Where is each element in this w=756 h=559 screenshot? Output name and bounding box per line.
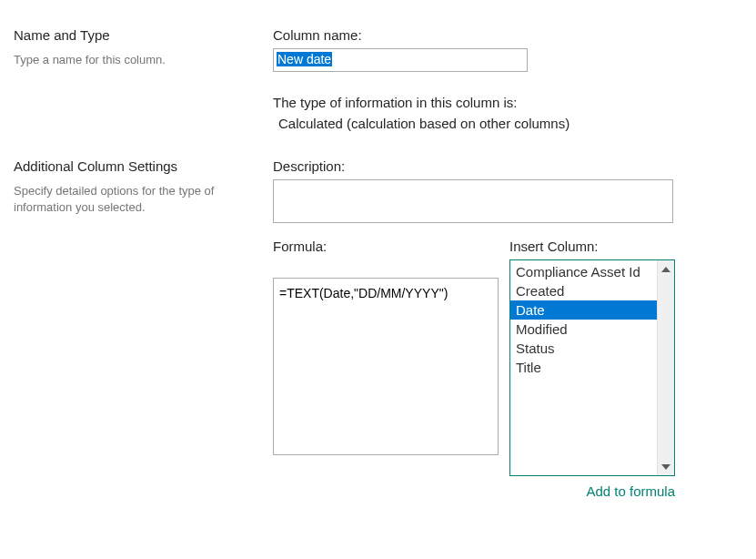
type-value: Calculated (calculation based on other c… xyxy=(273,116,742,131)
formula-label: Formula: xyxy=(273,239,499,254)
name-type-title: Name and Type xyxy=(14,27,255,43)
insert-column-option[interactable]: Title xyxy=(510,358,657,377)
name-type-desc: Type a name for this column. xyxy=(14,52,255,68)
column-name-label: Column name: xyxy=(273,27,742,43)
insert-column-option[interactable]: Created xyxy=(510,281,657,300)
insert-column-listbox[interactable]: Compliance Asset IdCreatedDateModifiedSt… xyxy=(509,259,675,476)
additional-desc: Specify detailed options for the type of… xyxy=(14,183,255,216)
insert-column-option[interactable]: Status xyxy=(510,339,657,358)
insert-column-option[interactable]: Modified xyxy=(510,320,657,339)
description-textarea[interactable] xyxy=(273,179,673,223)
insert-column-label: Insert Column: xyxy=(509,239,675,254)
additional-title: Additional Column Settings xyxy=(14,158,255,174)
formula-textarea[interactable] xyxy=(273,278,499,455)
insert-column-option[interactable]: Compliance Asset Id xyxy=(510,262,657,281)
type-info-label: The type of information in this column i… xyxy=(273,95,742,110)
add-to-formula-link[interactable]: Add to formula xyxy=(509,483,675,499)
insert-column-option[interactable]: Date xyxy=(510,300,657,320)
scroll-down-icon[interactable] xyxy=(658,458,674,475)
scroll-up-icon[interactable] xyxy=(658,260,674,278)
description-label: Description: xyxy=(273,158,742,174)
column-name-input[interactable] xyxy=(273,48,528,72)
insert-column-scrollbar[interactable] xyxy=(657,260,674,475)
